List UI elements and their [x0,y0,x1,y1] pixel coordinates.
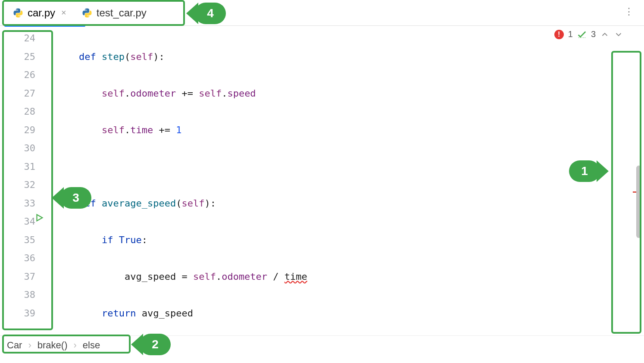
line-number: 33 [0,194,35,213]
tab-test-car-py[interactable]: test_car.py [74,0,154,26]
warning-count: 3 [591,29,596,39]
line-number: 26 [0,66,35,84]
editor: ! 1 3 24 25 26 27 28 29 30 31 32 33 34 3… [0,26,644,335]
line-number: 24 [0,29,35,48]
line-number: 31 [0,158,35,176]
annotation-label-2: 2 [140,334,171,355]
line-number: 27 [0,84,35,103]
error-underline: time [284,271,307,282]
code-area[interactable]: def step(self): self.odometer += self.sp… [56,26,644,335]
warning-check-icon [577,30,587,39]
python-icon [82,8,92,18]
line-number-gutter[interactable]: 24 25 26 27 28 29 30 31 32 33 34 35 36 3… [0,26,43,335]
tab-car-py[interactable]: car.py × [5,0,74,26]
line-number: 37 [0,268,35,286]
chevron-down-icon[interactable] [614,30,623,39]
line-number: 34 [0,213,35,231]
annotation-label-4: 4 [195,3,226,24]
line-number: 36 [0,249,35,268]
more-menu-icon[interactable]: ⋮ [624,6,635,17]
chevron-right-icon: › [28,340,31,351]
annotation-label-3: 3 [60,187,91,209]
error-icon: ! [554,30,564,39]
line-number: 35 [0,231,35,250]
tab-label: car.py [28,7,55,19]
scrollbar-thumb[interactable] [636,166,641,238]
line-number: 29 [0,121,35,140]
python-icon [13,8,23,18]
inspections-widget[interactable]: ! 1 3 [554,29,623,39]
line-number: 28 [0,103,35,121]
tab-bar: car.py × test_car.py ⋮ [0,0,644,26]
close-icon[interactable]: × [61,8,66,18]
line-number: 25 [0,48,35,66]
annotation-label-1: 1 [569,160,600,182]
line-number: 38 [0,286,35,304]
line-number: 39 [0,304,35,323]
breadcrumb-item[interactable]: Car [7,340,22,351]
chevron-up-icon[interactable] [600,30,610,39]
scrollbar[interactable] [635,32,641,334]
tab-label: test_car.py [97,7,147,19]
error-count: 1 [568,29,573,39]
gutter-icons [43,26,56,335]
line-number: 32 [0,176,35,194]
keyword: def [79,51,96,62]
run-gutter-icon[interactable] [34,213,44,224]
line-number: 30 [0,139,35,158]
function-name: step [102,51,125,62]
